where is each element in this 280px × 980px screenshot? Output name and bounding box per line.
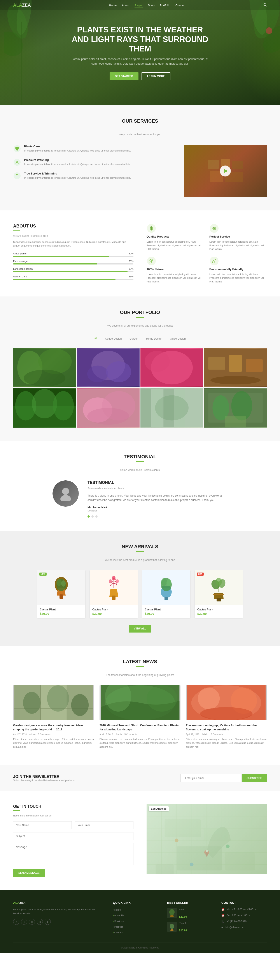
arrival-card-2: Cactus Plant $20.99 bbox=[90, 570, 138, 618]
svg-point-98 bbox=[200, 707, 253, 720]
news-info-1: Garden designers across the country fore… bbox=[13, 720, 94, 752]
nav-pages[interactable]: Pages bbox=[134, 4, 142, 8]
nav-links: Home About Pages Shop Portfolio Contact bbox=[109, 3, 185, 7]
filter-office[interactable]: Office Design bbox=[168, 336, 187, 341]
contact-section: GET IN TOUCH Need more information? Just… bbox=[0, 791, 280, 890]
footer-inner: ALAZEA Lorem ipsum dolor sit amet, conse… bbox=[13, 901, 267, 936]
news-card-1: Garden designers across the country fore… bbox=[13, 685, 94, 752]
play-button[interactable] bbox=[220, 165, 231, 177]
contact-name-email-row bbox=[13, 821, 133, 829]
portfolio-item-4[interactable] bbox=[204, 348, 267, 387]
newsletter-section: JOIN THE NEWSLETTER Subscribe to stay in… bbox=[0, 765, 280, 791]
portfolio-item-6[interactable] bbox=[77, 388, 139, 428]
testimonial-dot-1[interactable] bbox=[87, 515, 90, 518]
arrival-info-1: Cactus Plant $20.99 bbox=[37, 605, 85, 618]
service-pressure-washing-desc: In lobortis pulvinar tellus, id tempus n… bbox=[24, 162, 131, 166]
social-twitter[interactable]: t bbox=[21, 919, 27, 925]
skill-office-plants: Office plants 80% bbox=[13, 252, 133, 257]
portfolio-item-1[interactable] bbox=[13, 348, 76, 387]
testimonial-person-name: Mr. Jonas Nick bbox=[87, 506, 108, 509]
social-pinterest[interactable]: p bbox=[44, 919, 51, 925]
svg-point-61 bbox=[60, 495, 71, 501]
newsletter-email-input[interactable] bbox=[180, 774, 242, 782]
footer-link-about[interactable]: About Us bbox=[113, 914, 124, 917]
svg-point-93 bbox=[147, 685, 177, 711]
social-google[interactable]: g bbox=[29, 919, 35, 925]
contact-email-input[interactable] bbox=[75, 821, 133, 829]
arrival-card-1: NEW Cactus Plant $20.99 bbox=[37, 570, 85, 618]
feature-eco-title: Environmentally Friendly bbox=[209, 267, 267, 271]
arrival-name-1: Cactus Plant bbox=[40, 608, 83, 611]
news-author-1: Admin bbox=[29, 733, 35, 736]
news-date-3: April 17, 2018 bbox=[186, 733, 199, 736]
nav-shop[interactable]: Shop bbox=[148, 4, 155, 7]
skill-landscape: Landscape design 95% bbox=[13, 267, 133, 272]
filter-coffee[interactable]: Coffee Design bbox=[103, 336, 123, 341]
copyright-text: © 2018 AlazEa. All Rights Reserved bbox=[121, 946, 159, 949]
testimonial-dot-3[interactable] bbox=[95, 515, 98, 518]
portfolio-item-7[interactable] bbox=[141, 388, 203, 428]
nav-about[interactable]: About bbox=[122, 4, 129, 7]
about-underline bbox=[13, 230, 20, 231]
learn-more-button[interactable]: LEARN MORE bbox=[142, 72, 171, 80]
nav-home[interactable]: Home bbox=[109, 4, 117, 7]
footer-about-text: Lorem ipsum dolor sit amet, consectetur … bbox=[13, 908, 104, 916]
news-comments-3: 5 Comments bbox=[210, 733, 223, 736]
hero-subtitle: Lorem ipsum dolor sit amet, consectetur … bbox=[68, 57, 212, 66]
filter-all[interactable]: All bbox=[93, 336, 99, 341]
arrival-badge-1: NEW bbox=[40, 573, 47, 576]
social-facebook[interactable]: f bbox=[13, 919, 19, 925]
svg-point-65 bbox=[57, 579, 62, 586]
brand-logo[interactable]: ALAZEA bbox=[13, 3, 31, 8]
newsletter-title: JOIN THE NEWSLETTER bbox=[13, 775, 74, 779]
news-card-2: 2018 Midwest Tree and Shrub Conference: … bbox=[100, 685, 181, 752]
filter-home[interactable]: Home Design bbox=[144, 336, 164, 341]
footer-link-portfolio[interactable]: Portfolio bbox=[113, 926, 123, 928]
newsletter-subscribe-button[interactable]: SUBSCRIBE bbox=[242, 774, 267, 782]
get-started-button[interactable]: GET STARTED bbox=[109, 72, 138, 80]
search-icon[interactable] bbox=[263, 3, 267, 8]
social-linkedin[interactable]: in bbox=[37, 919, 43, 925]
contact-subject-input[interactable] bbox=[13, 832, 133, 840]
arrivals-section: NEW ARRIVALS We believe the best product… bbox=[0, 531, 280, 646]
contact-underline bbox=[13, 810, 20, 811]
portfolio-item-5[interactable] bbox=[13, 388, 76, 428]
svg-point-58 bbox=[231, 391, 252, 420]
svg-rect-59 bbox=[225, 416, 246, 427]
svg-rect-67 bbox=[112, 595, 115, 600]
filter-garden[interactable]: Garden bbox=[128, 336, 140, 341]
newsletter-text: JOIN THE NEWSLETTER Subscribe to stay in… bbox=[13, 775, 74, 782]
arrival-price-4: $20.99 bbox=[197, 612, 240, 616]
svg-point-11 bbox=[14, 159, 21, 166]
footer-link-home[interactable]: Home bbox=[113, 908, 121, 911]
arrival-info-2: Cactus Plant $20.99 bbox=[90, 605, 138, 618]
skill-office-plants-value: 80% bbox=[129, 252, 133, 255]
portfolio-item-2[interactable] bbox=[77, 348, 139, 387]
footer-link-services[interactable]: Services bbox=[113, 920, 123, 923]
svg-point-0 bbox=[264, 3, 266, 6]
phone-icon: 📞 bbox=[221, 920, 225, 924]
news-info-3: The summer coming up, it's time for both… bbox=[186, 720, 267, 752]
contact-message-textarea[interactable] bbox=[13, 843, 133, 865]
about-right: Quality Products Lorem in in in consecte… bbox=[147, 224, 267, 283]
arrival-img-4 bbox=[195, 570, 243, 605]
svg-rect-118 bbox=[155, 864, 174, 874]
testimonial-dot-2[interactable] bbox=[92, 515, 93, 518]
portfolio-item-3[interactable] bbox=[141, 348, 203, 387]
service-pressure-washing-info: Pressure Washing In lobortis pulvinar te… bbox=[24, 158, 131, 166]
view-all-button[interactable]: VIEW ALL bbox=[129, 625, 152, 633]
footer-link-contact[interactable]: Contact bbox=[113, 931, 123, 934]
contact-send-button[interactable]: SEND MESSAGE bbox=[13, 869, 45, 877]
pressure-washing-icon bbox=[13, 158, 21, 166]
nav-contact[interactable]: Contact bbox=[176, 4, 185, 7]
contact-name-input[interactable] bbox=[13, 821, 72, 829]
arrival-img-1 bbox=[37, 570, 85, 605]
nav-portfolio[interactable]: Portfolio bbox=[160, 4, 170, 7]
footer-contact-col: CONTACT ⏰ Mon - Fri: 8:00 am - 5:00 pm ⏰… bbox=[221, 901, 267, 936]
quality-icon bbox=[147, 224, 156, 233]
avatar-placeholder bbox=[52, 480, 79, 507]
svg-point-44 bbox=[53, 391, 74, 420]
portfolio-item-8[interactable] bbox=[204, 388, 267, 428]
footer-product-1: Plant 1 $20.99 bbox=[167, 908, 213, 919]
portfolio-title: OUR PORTFOLIO bbox=[13, 310, 267, 315]
